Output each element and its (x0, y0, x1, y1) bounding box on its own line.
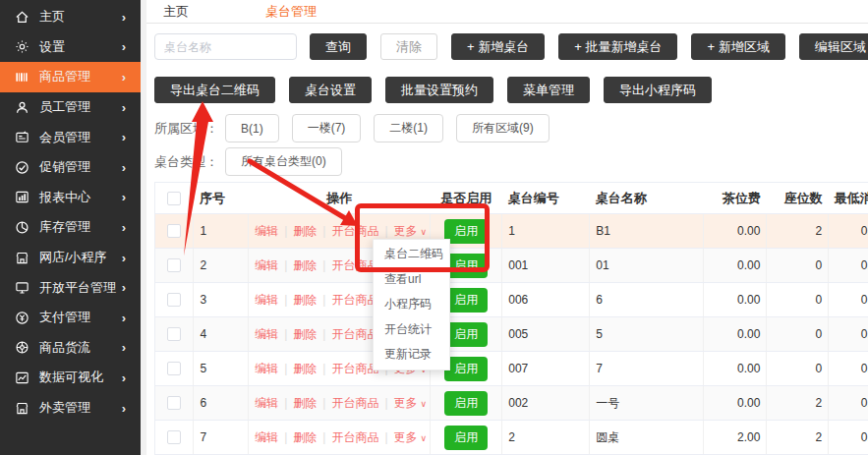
toolbar-button[interactable]: 编辑区域 (799, 33, 868, 60)
table-name-cell: 01 (590, 249, 703, 283)
toolbar-button[interactable]: 批量设置预约 (385, 77, 493, 103)
row-checkbox[interactable] (167, 293, 181, 307)
toolbar-button[interactable]: 查询 (310, 33, 367, 60)
table-row: 1 编辑|删除|开台商品|更多∨ 启用 1 B1 0.00 2 0.00 (155, 214, 868, 249)
sidebar-item[interactable]: 外卖管理 › (0, 393, 141, 424)
chevron-right-icon: › (122, 39, 141, 54)
delete-link[interactable]: 删除 (293, 362, 317, 375)
dropdown-menu-item[interactable]: 桌台二维码 (374, 242, 449, 267)
enable-button[interactable]: 启用 (444, 322, 488, 347)
toolbar-button[interactable]: 导出桌台二维码 (154, 77, 275, 103)
seats-cell: 2 (767, 421, 829, 455)
sidebar-item[interactable]: 网店/小程序 › (0, 243, 141, 273)
edit-link[interactable]: 编辑 (255, 293, 278, 307)
edit-link[interactable]: 编辑 (255, 258, 278, 272)
row-index: 3 (194, 283, 249, 317)
sidebar-item[interactable]: 库存管理 › (0, 212, 141, 243)
sidebar-item[interactable]: 商品管理 › (0, 62, 141, 92)
sidebar-item[interactable]: 主页 › (0, 2, 141, 32)
open-table-goods-link[interactable]: 开台商品 (331, 224, 378, 238)
area-filter-chip[interactable]: B(1) (225, 114, 279, 142)
row-index: 4 (194, 317, 249, 352)
tab-table-management[interactable]: 桌台管理 (265, 3, 317, 21)
enable-button[interactable]: 启用 (444, 288, 488, 313)
table-name-cell: 一号 (590, 386, 703, 421)
toolbar-button[interactable]: + 批量新增桌台 (558, 33, 677, 60)
sidebar-item[interactable]: 会员管理 › (0, 122, 141, 152)
enable-button[interactable]: 启用 (444, 426, 488, 450)
dropdown-menu-item[interactable]: 查看url (374, 267, 449, 293)
row-checkbox[interactable] (167, 327, 181, 341)
table-container: 序号 操作 是否启用 桌台编号 桌台名称 茶位费 座位数 最低消费 (154, 182, 868, 455)
edit-link[interactable]: 编辑 (255, 224, 278, 238)
sidebar-item[interactable]: 支付管理 › (0, 303, 141, 333)
row-checkbox[interactable] (167, 362, 181, 375)
enable-button[interactable]: 启用 (444, 391, 488, 416)
seats-cell: 0 (767, 283, 829, 317)
seats-cell: 0 (767, 317, 829, 352)
toolbar-actions-row: 导出桌台二维码 桌台设置 批量设置预约 菜单管理 导出小程序码 (154, 77, 868, 103)
delete-link[interactable]: 删除 (293, 327, 317, 341)
tea-fee-cell: 0.00 (703, 317, 767, 352)
toolbar-button[interactable]: 桌台设置 (289, 77, 372, 103)
chevron-right-icon: › (122, 220, 141, 235)
sidebar-item[interactable]: 报表中心 › (0, 183, 141, 213)
storefront-icon (14, 401, 30, 416)
enable-button[interactable]: 启用 (444, 219, 488, 244)
open-table-goods-link[interactable]: 开台商品 (331, 396, 378, 410)
toolbar-button[interactable]: 导出小程序码 (604, 77, 712, 103)
table-header-row: 序号 操作 是否启用 桌台编号 桌台名称 茶位费 座位数 最低消费 (155, 183, 868, 214)
open-table-goods-link[interactable]: 开台商品 (331, 430, 378, 444)
more-link[interactable]: 更多∨ (394, 224, 428, 238)
tab-home[interactable]: 主页 (163, 3, 189, 21)
enable-button[interactable]: 启用 (444, 254, 488, 278)
row-checkbox[interactable] (167, 224, 181, 238)
area-filter-chip[interactable]: 一楼(7) (292, 114, 362, 142)
delete-link[interactable]: 删除 (293, 293, 317, 307)
sidebar-item[interactable]: 员工管理 › (0, 92, 141, 123)
area-filter-chip[interactable]: 所有区域(9) (456, 114, 550, 142)
more-dropdown-menu: 桌台二维码 查看url 小程序码 开台统计 更新记录 (373, 239, 450, 370)
filter-type-row: 桌台类型： 所有桌台类型(0) (154, 147, 868, 176)
delete-link[interactable]: 删除 (293, 430, 317, 444)
sidebar-item[interactable]: 开放平台管理 › (0, 272, 141, 303)
toolbar-search-row: 查询 清除 + 新增桌台 + 批量新增桌台 + 新增区域 编辑区域 批量删除 (154, 33, 868, 60)
toolbar-button[interactable]: + 新增桌台 (451, 33, 545, 60)
table-code-cell: 001 (502, 249, 590, 283)
sidebar-item[interactable]: 促销管理 › (0, 152, 141, 183)
toolbar-button[interactable]: 清除 (380, 33, 437, 60)
edit-link[interactable]: 编辑 (255, 327, 278, 341)
min-spend-cell: 0.00 (829, 249, 868, 283)
search-input[interactable] (154, 33, 297, 60)
tables-table: 序号 操作 是否启用 桌台编号 桌台名称 茶位费 座位数 最低消费 (154, 182, 868, 455)
seats-cell: 0 (767, 249, 829, 283)
edit-link[interactable]: 编辑 (255, 362, 278, 375)
sidebar-item[interactable]: 设置 › (0, 32, 141, 63)
dropdown-menu-item[interactable]: 更新记录 (374, 342, 449, 368)
area-filter-chip[interactable]: 二楼(1) (374, 114, 443, 142)
delete-link[interactable]: 删除 (293, 258, 317, 272)
row-checkbox[interactable] (167, 396, 181, 410)
dropdown-menu-item[interactable]: 小程序码 (374, 292, 449, 317)
row-checkbox[interactable] (167, 258, 181, 272)
sidebar-item[interactable]: 商品货流 › (0, 333, 141, 364)
monitor-icon (14, 280, 30, 295)
row-checkbox[interactable] (167, 430, 181, 444)
delete-link[interactable]: 删除 (293, 396, 317, 410)
sidebar-item-label: 报表中心 (39, 189, 90, 206)
chevron-right-icon: › (122, 280, 141, 295)
toolbar-button[interactable]: + 新增区域 (691, 33, 784, 60)
type-filter-chip[interactable]: 所有桌台类型(0) (225, 147, 342, 176)
edit-link[interactable]: 编辑 (255, 396, 278, 410)
enable-button[interactable]: 启用 (444, 357, 488, 381)
sidebar-item[interactable]: 数据可视化 › (0, 363, 141, 393)
delete-link[interactable]: 删除 (293, 224, 317, 238)
more-link[interactable]: 更多∨ (394, 430, 428, 444)
barcode-icon (14, 70, 30, 85)
chevron-down-icon: ∨ (421, 227, 428, 237)
edit-link[interactable]: 编辑 (255, 430, 278, 444)
dropdown-menu-item[interactable]: 开台统计 (374, 317, 449, 343)
toolbar-button[interactable]: 菜单管理 (507, 77, 590, 103)
select-all-checkbox[interactable] (167, 192, 181, 205)
more-link[interactable]: 更多∨ (394, 396, 428, 410)
